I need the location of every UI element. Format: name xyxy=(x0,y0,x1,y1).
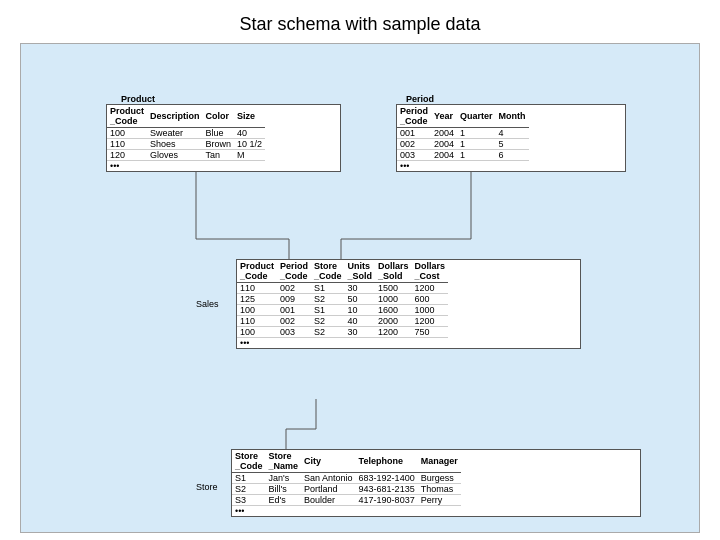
sales-col-units: Units_Sold xyxy=(345,260,376,283)
table-row: 125009S2501000600 xyxy=(237,294,448,305)
diagram-container: Product Product_Code Description Color S… xyxy=(20,43,700,533)
product-col-size: Size xyxy=(234,105,265,128)
table-row: 100001S11016001000 xyxy=(237,305,448,316)
product-table: Product_Code Description Color Size 100S… xyxy=(106,104,341,172)
product-group-label: Product xyxy=(121,94,155,104)
store-table: Store_Code Store_Name City Telephone Man… xyxy=(231,449,641,517)
product-col-code: Product_Code xyxy=(107,105,147,128)
sales-col-store: Store_Code xyxy=(311,260,345,283)
table-row: 100003S2301200750 xyxy=(237,327,448,338)
store-col-telephone: Telephone xyxy=(356,450,418,473)
store-col-code: Store_Code xyxy=(232,450,266,473)
table-row: ••• xyxy=(397,161,529,172)
period-table: Period_Code Year Quarter Month 001200414… xyxy=(396,104,626,172)
table-row: 110ShoesBrown10 1/2 xyxy=(107,139,265,150)
table-row: 003200416 xyxy=(397,150,529,161)
table-row: S1Jan'sSan Antonio683-192-1400Burgess xyxy=(232,473,461,484)
table-row: 120GlovesTanM xyxy=(107,150,265,161)
store-col-city: City xyxy=(301,450,356,473)
sales-col-period: Period_Code xyxy=(277,260,311,283)
sales-col-product: Product_Code xyxy=(237,260,277,283)
store-col-name: Store_Name xyxy=(266,450,302,473)
sales-label: Sales xyxy=(196,299,219,309)
table-row: 002200415 xyxy=(397,139,529,150)
table-row: ••• xyxy=(107,161,265,172)
store-col-manager: Manager xyxy=(418,450,461,473)
table-row: 001200414 xyxy=(397,128,529,139)
store-label: Store xyxy=(196,482,218,492)
table-row: ••• xyxy=(232,506,461,517)
sales-fact-table: Product_Code Period_Code Store_Code Unit… xyxy=(236,259,581,349)
period-col-code: Period_Code xyxy=(397,105,431,128)
product-col-desc: Description xyxy=(147,105,203,128)
product-col-color: Color xyxy=(203,105,235,128)
table-row: S2Bill'sPortland943-681-2135Thomas xyxy=(232,484,461,495)
table-row: ••• xyxy=(237,338,448,349)
page-title: Star schema with sample data xyxy=(0,0,720,43)
table-row: 110002S13015001200 xyxy=(237,283,448,294)
period-col-quarter: Quarter xyxy=(457,105,496,128)
period-col-month: Month xyxy=(496,105,529,128)
table-row: 100SweaterBlue40 xyxy=(107,128,265,139)
sales-col-dollars-sold: Dollars_Sold xyxy=(375,260,412,283)
sales-col-dollars-cost: Dollars_Cost xyxy=(412,260,449,283)
period-col-year: Year xyxy=(431,105,457,128)
table-row: 110002S24020001200 xyxy=(237,316,448,327)
table-row: S3Ed'sBoulder417-190-8037Perry xyxy=(232,495,461,506)
period-group-label: Period xyxy=(406,94,434,104)
